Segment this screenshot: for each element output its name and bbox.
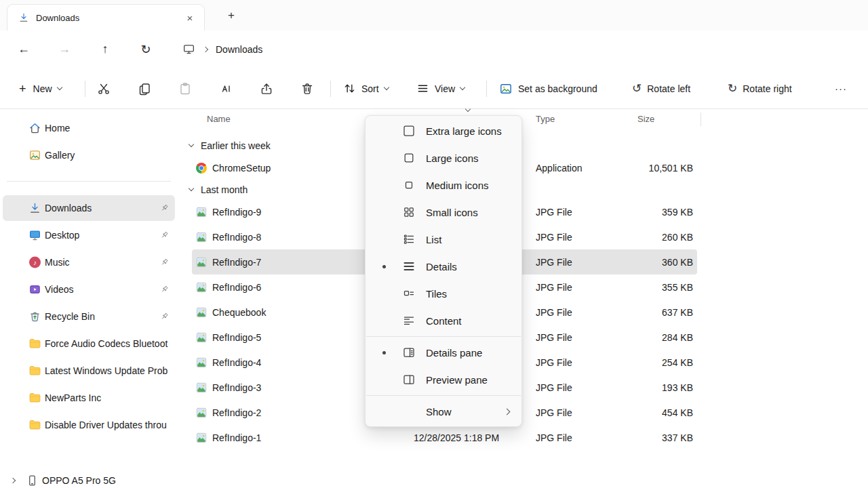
column-header-type[interactable]: Type <box>536 114 555 124</box>
menu-item-list[interactable]: List <box>366 226 521 253</box>
sidebar-item-label: Recycle Bin <box>45 311 95 322</box>
sidebar-item-recycle-bin[interactable]: Recycle Bin <box>3 304 175 329</box>
file-size: 284 KB <box>662 332 693 343</box>
rotate-left-icon: ↺ <box>632 81 642 96</box>
rename-button[interactable] <box>212 76 239 101</box>
column-divider[interactable] <box>701 113 701 126</box>
sidebar-item-folder[interactable]: Latest Windows Update Prob <box>3 358 175 384</box>
sidebar-item-label: Music <box>45 257 70 268</box>
jpg-file-icon <box>195 256 208 268</box>
small-icons-icon <box>402 205 416 219</box>
group-header-earlier-this-week[interactable]: Earlier this week <box>178 136 868 155</box>
menu-item-details-pane[interactable]: Details pane <box>366 339 521 366</box>
menu-item-label: Content <box>426 315 462 327</box>
sort-button[interactable]: Sort <box>336 76 395 101</box>
column-header-name[interactable]: Name <box>207 114 231 124</box>
set-background-button[interactable]: Set as background <box>492 76 604 101</box>
selection-bullet <box>381 409 387 414</box>
breadcrumb[interactable]: Downloads <box>216 44 262 55</box>
delete-button[interactable] <box>294 76 321 101</box>
file-name: RefIndigo-1 <box>212 432 261 443</box>
share-button[interactable] <box>253 76 280 101</box>
cut-button[interactable] <box>90 76 117 101</box>
file-size: 337 KB <box>662 432 693 443</box>
menu-item-content[interactable]: Content <box>366 307 521 334</box>
chevron-right-icon[interactable] <box>10 478 16 483</box>
copy-button[interactable] <box>131 76 158 101</box>
paste-button[interactable] <box>172 76 199 101</box>
jpg-file-icon <box>195 407 208 419</box>
sidebar-item-music[interactable]: ♪ Music <box>3 249 175 275</box>
menu-item-label: Details <box>426 261 457 272</box>
sidebar-item-home[interactable]: Home <box>3 115 175 141</box>
menu-item-details[interactable]: Details <box>366 253 521 280</box>
menu-item-show[interactable]: Show <box>366 398 521 425</box>
sidebar-item-label: Downloads <box>45 203 92 214</box>
phone-icon <box>26 474 39 487</box>
forward-button[interactable]: → <box>52 37 77 62</box>
sidebar-item-label: Disable Driver Updates throu <box>45 420 167 430</box>
back-button[interactable]: ← <box>12 37 36 62</box>
file-row[interactable]: RefIndigo-1 12/28/2025 1:18 PM JPG File … <box>192 425 697 450</box>
file-size: 637 KB <box>662 307 693 318</box>
group-header-last-month[interactable]: Last month <box>178 180 868 199</box>
sidebar-item-downloads[interactable]: Downloads <box>3 195 175 221</box>
file-type: Application <box>536 163 583 174</box>
menu-item-tiles[interactable]: Tiles <box>366 280 521 307</box>
jpg-file-icon <box>195 306 208 319</box>
view-icon <box>416 82 429 95</box>
new-tab-button[interactable]: + <box>222 7 240 24</box>
refresh-button[interactable]: ↻ <box>134 37 158 62</box>
more-options-button[interactable]: ··· <box>827 76 854 101</box>
folder-icon <box>28 365 41 378</box>
rotate-right-button[interactable]: ↻ Rotate right <box>721 76 799 101</box>
file-type: JPG File <box>536 207 572 218</box>
folder-icon <box>28 338 41 350</box>
jpg-file-icon <box>195 357 208 369</box>
menu-item-preview-pane[interactable]: Preview pane <box>366 366 521 393</box>
selection-bullet <box>381 350 387 355</box>
navigation-bar: ← → ↑ ↻ Downloads <box>0 30 868 68</box>
menu-item-large-icons[interactable]: Large icons <box>366 144 521 171</box>
address-bar[interactable]: Downloads <box>182 43 262 56</box>
sidebar-item-folder[interactable]: NewParts Inc <box>3 385 175 411</box>
column-header-size[interactable]: Size <box>637 114 654 124</box>
sidebar-item-folder[interactable]: Disable Driver Updates throu <box>3 412 175 438</box>
large-icons-icon <box>402 151 416 165</box>
menu-item-medium-icons[interactable]: Medium icons <box>366 171 521 199</box>
menu-item-extra-large-icons[interactable]: Extra large icons <box>366 117 521 144</box>
jpg-file-icon <box>195 331 208 344</box>
file-size: 254 KB <box>662 357 693 368</box>
sidebar-item-desktop[interactable]: Desktop <box>3 222 175 248</box>
menu-item-small-icons[interactable]: Small icons <box>366 199 521 226</box>
view-button[interactable]: View <box>410 76 471 101</box>
sidebar-item-videos[interactable]: Videos <box>3 277 175 302</box>
rotate-left-button[interactable]: ↺ Rotate left <box>625 76 697 101</box>
breadcrumb-chevron-icon[interactable] <box>203 46 208 52</box>
up-button[interactable]: ↑ <box>93 37 117 62</box>
chevron-down-icon <box>189 142 194 147</box>
sidebar-item-gallery[interactable]: Gallery <box>3 142 175 168</box>
selection-bullet <box>381 155 387 161</box>
medium-icons-icon <box>402 178 416 192</box>
tiles-view-icon <box>402 287 416 300</box>
file-name: Chequebook <box>212 307 266 318</box>
new-button[interactable]: + New <box>12 76 68 101</box>
pin-icon <box>159 312 170 322</box>
delete-icon <box>300 82 314 96</box>
toolbar-divider <box>330 81 331 97</box>
sort-button-label: Sort <box>361 83 379 94</box>
recycle-bin-icon <box>28 310 41 323</box>
chevron-down-icon <box>56 84 62 89</box>
file-size: 260 KB <box>662 232 693 243</box>
music-icon: ♪ <box>28 256 41 269</box>
content-view-icon <box>402 314 416 327</box>
sidebar-separator <box>7 181 171 182</box>
tab-close-button[interactable]: × <box>181 9 199 26</box>
file-list-pane: Name Type Size Earlier this week ChromeS… <box>178 109 868 488</box>
tab-downloads[interactable]: Downloads × <box>7 4 205 30</box>
downloads-tab-icon <box>18 12 29 23</box>
sidebar-item-folder[interactable]: Force Audio Codecs Bluetoot <box>3 331 175 357</box>
sidebar-item-device[interactable]: OPPO A5 Pro 5G <box>0 468 178 488</box>
file-type: JPG File <box>536 332 572 343</box>
